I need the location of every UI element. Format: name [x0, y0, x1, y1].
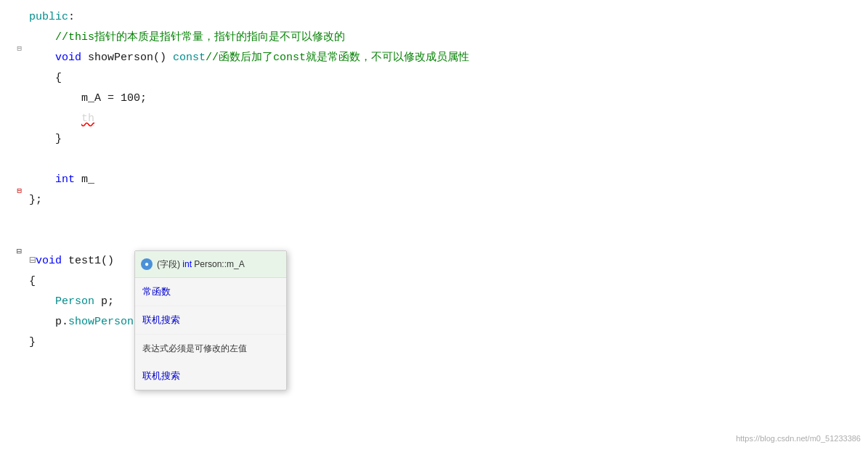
header-type: int	[182, 259, 192, 269]
autocomplete-item-search2[interactable]: 联机搜索	[135, 362, 286, 390]
code-line: m_A = 100;	[0, 89, 868, 109]
line-content: m_A = 100;	[22, 89, 868, 108]
autocomplete-error-text: 表达式必须是可修改的左值	[135, 335, 286, 362]
autocomplete-item-changhan[interactable]: 常函数	[135, 278, 286, 306]
line-content: };	[22, 191, 868, 210]
code-line: int m_	[0, 170, 868, 190]
autocomplete-title: (字段) int Person::m_A	[157, 255, 245, 274]
fold-indicator[interactable]: ⊟	[17, 39, 22, 58]
line-content: {	[22, 69, 868, 88]
code-line: {	[0, 271, 868, 292]
line-content	[22, 232, 868, 250]
fold-indicator[interactable]: ⊟	[17, 181, 22, 200]
code-line: public:	[0, 7, 868, 28]
field-icon: ●	[141, 258, 153, 270]
code-line: ⊟ };	[0, 190, 868, 210]
watermark: https://blog.csdn.net/m0_51233386	[736, 434, 861, 443]
code-line: {	[0, 68, 868, 89]
code-line	[0, 210, 868, 231]
code-line	[0, 150, 868, 170]
code-line: p.showPerson();	[0, 312, 868, 332]
line-content: }	[22, 130, 868, 149]
code-line: ⊟ ⊟void test1()	[0, 251, 868, 271]
header-prefix: (字段)	[157, 259, 182, 269]
line-content: public:	[22, 8, 868, 27]
code-line: }	[0, 129, 868, 150]
code-line: th ● (字段) int Person::m_A 常函数 联机搜索 表达式必须…	[0, 109, 868, 129]
code-line: Person p;	[0, 292, 868, 312]
autocomplete-item-search1[interactable]: 联机搜索	[135, 306, 286, 335]
line-content: th	[22, 110, 868, 128]
line-content: //this指针的本质是指针常量，指针的指向是不可以修改的	[22, 28, 868, 47]
autocomplete-popup: ● (字段) int Person::m_A 常函数 联机搜索 表达式必须是可修…	[134, 250, 287, 390]
code-line	[0, 231, 868, 251]
fold-indicator[interactable]: ⊟	[0, 242, 22, 261]
line-content: void showPerson() const//函数后加了const就是常函数…	[22, 49, 868, 68]
code-line: //this指针的本质是指针常量，指针的指向是不可以修改的	[0, 28, 868, 48]
code-line: }	[0, 332, 868, 353]
header-member: Person::m_A	[192, 259, 245, 269]
line-content	[22, 150, 868, 169]
autocomplete-header: ● (字段) int Person::m_A	[135, 251, 286, 278]
code-line: ⊟ void showPerson() const//函数后加了const就是常…	[0, 48, 868, 68]
line-content: int m_	[22, 171, 868, 189]
code-editor: public: //this指针的本质是指针常量，指针的指向是不可以修改的 ⊟ …	[0, 0, 868, 450]
line-content	[22, 211, 868, 230]
